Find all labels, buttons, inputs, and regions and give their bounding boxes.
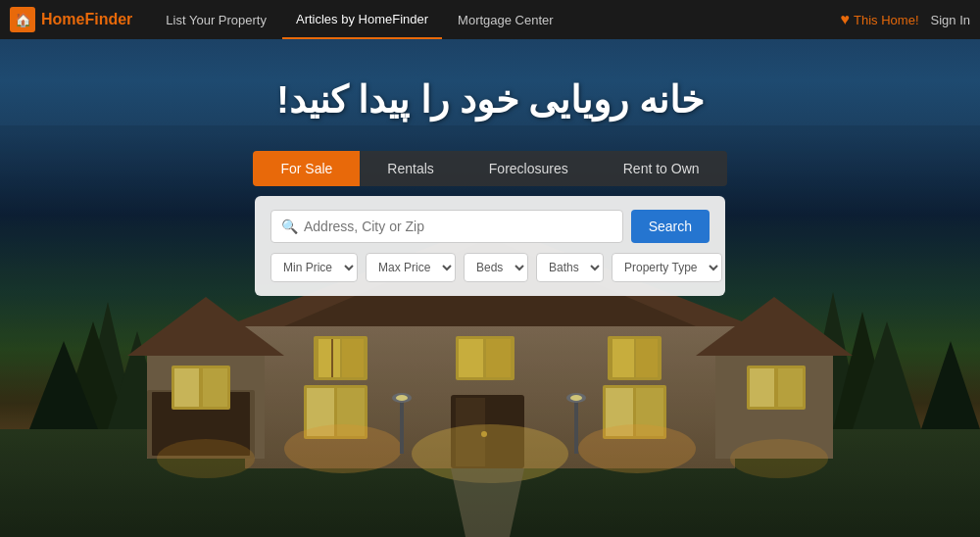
baths-filter[interactable]: Baths	[536, 253, 604, 282]
search-tabs: For Sale Rentals Foreclosures Rent to Ow…	[253, 151, 726, 186]
tab-for-sale[interactable]: For Sale	[253, 151, 360, 186]
nav-right: ♥ This Home! Sign In	[841, 11, 970, 28]
tab-rent-to-own[interactable]: Rent to Own	[596, 151, 727, 186]
search-icon: 🔍	[281, 219, 298, 234]
search-button[interactable]: Search	[631, 210, 710, 243]
max-price-filter[interactable]: Max Price	[366, 253, 456, 282]
heart-icon: ♥	[841, 11, 851, 28]
main-content: خانه رویایی خود را پیدا کنید! For Sale R…	[0, 39, 980, 296]
search-input-row: 🔍 Search	[270, 210, 710, 243]
filter-row: Min Price Max Price Beds Baths Property …	[270, 253, 710, 282]
tab-rentals[interactable]: Rentals	[360, 151, 461, 186]
search-input-wrapper: 🔍	[270, 210, 623, 243]
heart-label: This Home!	[854, 13, 918, 27]
search-input[interactable]	[304, 211, 612, 242]
sign-in-link[interactable]: Sign In	[931, 13, 970, 27]
tab-foreclosures[interactable]: Foreclosures	[462, 151, 596, 186]
hero-title: خانه رویایی خود را پیدا کنید!	[276, 78, 703, 122]
logo-text: HomeFinder	[41, 11, 132, 28]
nav-articles[interactable]: Articles by HomeFinder	[282, 0, 442, 39]
min-price-filter[interactable]: Min Price	[270, 253, 358, 282]
beds-filter[interactable]: Beds	[464, 253, 528, 282]
nav-list-property[interactable]: List Your Property	[152, 0, 280, 39]
navbar: 🏠 HomeFinder List Your Property Articles…	[0, 0, 980, 39]
logo[interactable]: 🏠 HomeFinder	[10, 7, 132, 32]
logo-icon: 🏠	[10, 7, 35, 32]
search-container: 🔍 Search Min Price Max Price Beds Baths …	[255, 196, 725, 296]
property-type-filter[interactable]: Property Type	[612, 253, 722, 282]
favorite-homes-link[interactable]: ♥ This Home!	[841, 11, 919, 28]
nav-links: List Your Property Articles by HomeFinde…	[152, 0, 840, 39]
nav-mortgage[interactable]: Mortgage Center	[444, 0, 567, 39]
